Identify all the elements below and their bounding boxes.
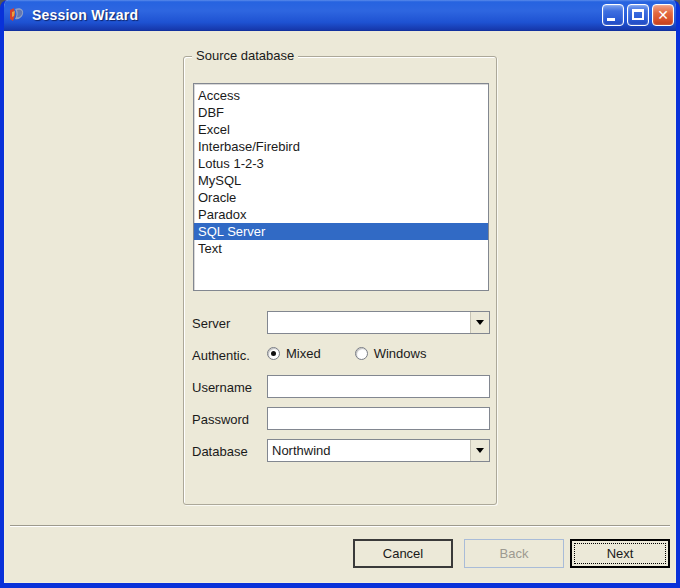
server-dropdown-button[interactable]	[470, 312, 489, 333]
close-button[interactable]: ✕	[652, 4, 674, 26]
chevron-down-icon	[476, 320, 484, 325]
database-label: Database	[192, 444, 248, 459]
server-combobox[interactable]	[267, 311, 490, 334]
window-title: Session Wizard	[32, 7, 602, 23]
minimize-button[interactable]	[602, 4, 624, 26]
server-label: Server	[192, 316, 230, 331]
authentication-radio-group: Mixed Windows	[267, 346, 426, 361]
close-icon: ✕	[653, 5, 673, 25]
chevron-down-icon	[476, 448, 484, 453]
database-combobox-value: Northwind	[268, 440, 470, 461]
maximize-button[interactable]	[627, 4, 649, 26]
list-item[interactable]: MySQL	[194, 172, 488, 189]
database-dropdown-button[interactable]	[470, 440, 489, 461]
radio-unchecked-icon[interactable]	[355, 347, 368, 360]
client-area: Source database Access DBF Excel Interba…	[4, 31, 676, 583]
username-input[interactable]	[267, 375, 490, 398]
list-item[interactable]: Interbase/Firebird	[194, 138, 488, 155]
minimize-icon	[607, 18, 615, 21]
list-item[interactable]: DBF	[194, 104, 488, 121]
footer-separator	[10, 525, 670, 527]
list-item[interactable]: Oracle	[194, 189, 488, 206]
database-type-listbox[interactable]: Access DBF Excel Interbase/Firebird Lotu…	[193, 83, 489, 291]
list-item[interactable]: Excel	[194, 121, 488, 138]
radio-option-windows[interactable]: Windows	[355, 346, 427, 361]
titlebar[interactable]: Session Wizard ✕	[0, 0, 680, 31]
password-label: Password	[192, 412, 249, 427]
list-item[interactable]: Text	[194, 240, 488, 257]
source-database-groupbox: Source database Access DBF Excel Interba…	[183, 56, 497, 505]
authentication-label: Authentic.	[192, 348, 250, 363]
list-item-selected[interactable]: SQL Server	[194, 223, 488, 240]
session-wizard-window: Session Wizard ✕ Source database Access …	[0, 0, 680, 588]
password-input[interactable]	[267, 407, 490, 430]
username-label: Username	[192, 380, 252, 395]
list-item[interactable]: Lotus 1-2-3	[194, 155, 488, 172]
source-database-label: Source database	[192, 48, 298, 63]
database-combobox[interactable]: Northwind	[267, 439, 490, 462]
cancel-button[interactable]: Cancel	[353, 539, 453, 568]
radio-option-mixed[interactable]: Mixed	[267, 346, 321, 361]
next-button[interactable]: Next	[570, 539, 670, 568]
list-item[interactable]: Access	[194, 87, 488, 104]
radio-label-windows: Windows	[374, 346, 427, 361]
back-button: Back	[464, 539, 564, 568]
server-combobox-value	[268, 312, 470, 333]
list-item[interactable]: Paradox	[194, 206, 488, 223]
radio-checked-icon[interactable]	[267, 347, 280, 360]
radio-label-mixed: Mixed	[286, 346, 321, 361]
maximize-icon	[632, 9, 644, 20]
app-icon	[8, 6, 26, 24]
